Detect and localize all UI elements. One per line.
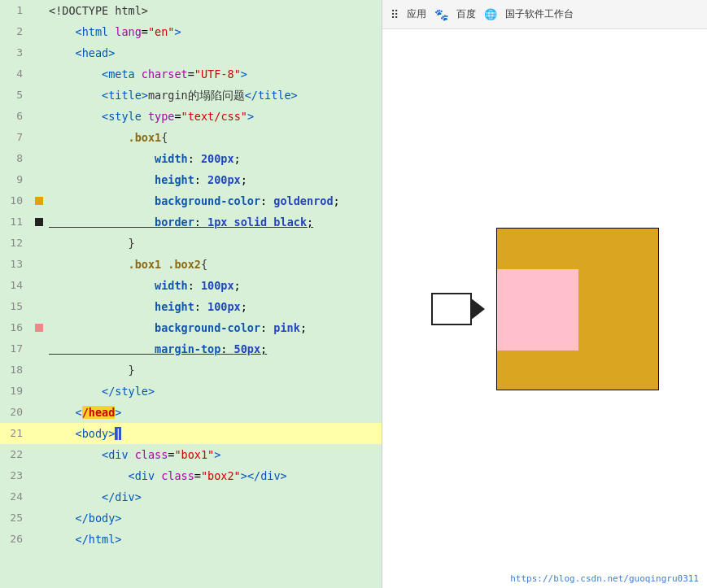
editor-panel: 1 <!DOCTYPE html> 2 <html lang="en"> 3 <…	[0, 0, 382, 588]
line-content: width: 100px;	[47, 275, 382, 296]
globe-icon: 🌐	[484, 8, 497, 20]
line-number: 2	[0, 21, 31, 42]
line-content: border: 1px solid black;	[47, 211, 382, 233]
code-line: 21 <body>|	[0, 423, 382, 444]
line-content: </style>	[47, 381, 382, 402]
line-number: 5	[0, 85, 31, 106]
line-content: <div class="box2"></div>	[47, 465, 382, 486]
line-number: 14	[0, 275, 31, 296]
line-content: .box1 .box2{	[47, 254, 382, 275]
gutter-16	[31, 324, 47, 332]
code-line: 4 <meta charset="UTF-8">	[0, 63, 382, 85]
browser-toolbar: ⠿ 应用 🐾 百度 🌐 国子软件工作台	[382, 0, 707, 29]
line-number: 4	[0, 63, 31, 85]
toolbar-baidu-label: 百度	[456, 7, 476, 21]
code-line: 14 width: 100px;	[0, 275, 382, 296]
line-number: 24	[0, 486, 31, 507]
line-content: </html>	[47, 529, 382, 550]
code-line: 15 height: 100px;	[0, 296, 382, 317]
line-number: 25	[0, 507, 31, 529]
toolbar-platform-label: 国子软件工作台	[505, 7, 574, 21]
line-number: 3	[0, 42, 31, 63]
gutter-10	[31, 197, 47, 205]
code-line: 11 border: 1px solid black;	[0, 211, 382, 233]
code-line: 8 width: 200px;	[0, 148, 382, 169]
code-line: 1 <!DOCTYPE html>	[0, 0, 382, 21]
line-content: height: 100px;	[47, 296, 382, 317]
line-content: background-color: pink;	[47, 317, 382, 338]
line-number: 23	[0, 465, 31, 486]
line-content: <body>|	[47, 423, 382, 444]
code-line: 26 </html>	[0, 529, 382, 550]
code-line: 9 height: 200px;	[0, 169, 382, 190]
code-area: 1 <!DOCTYPE html> 2 <html lang="en"> 3 <…	[0, 0, 382, 588]
code-line: 7 .box1{	[0, 127, 382, 148]
line-number: 17	[0, 338, 31, 359]
line-content: <!DOCTYPE html>	[47, 0, 382, 21]
code-line: 10 background-color: goldenrod;	[0, 190, 382, 211]
line-number: 13	[0, 254, 31, 275]
line-number: 26	[0, 529, 31, 550]
line-number: 20	[0, 402, 31, 423]
line-number: 12	[0, 233, 31, 254]
line-number: 22	[0, 444, 31, 465]
line-content: height: 200px;	[47, 169, 382, 190]
line-content: </body>	[47, 507, 382, 529]
code-line: 16 background-color: pink;	[0, 317, 382, 338]
line-number: 19	[0, 381, 31, 402]
code-line: 5 <title>margin的塌陷问题</title>	[0, 85, 382, 106]
line-content: <style type="text/css">	[47, 106, 382, 127]
line-number: 10	[0, 190, 31, 211]
line-content: .box1{	[47, 127, 382, 148]
line-content: background-color: goldenrod;	[47, 190, 382, 211]
line-number: 8	[0, 148, 31, 169]
line-number: 21	[0, 423, 31, 444]
code-line: 19 </style>	[0, 381, 382, 402]
code-line: 6 <style type="text/css">	[0, 106, 382, 127]
line-content: </head>	[47, 402, 382, 423]
apps-icon: ⠿	[391, 8, 399, 21]
line-content: <meta charset="UTF-8">	[47, 63, 382, 85]
preview-panel: ⠿ 应用 🐾 百度 🌐 国子软件工作台 https://blog.csdn.ne…	[382, 0, 707, 588]
line-content: <title>margin的塌陷问题</title>	[47, 85, 382, 106]
demo-box2	[497, 269, 578, 351]
toolbar-app-label: 应用	[407, 7, 426, 21]
line-content: <div class="box1">	[47, 444, 382, 465]
code-line: 20 </head>	[0, 402, 382, 423]
line-number: 1	[0, 0, 31, 21]
browser-content: https://blog.csdn.net/guoqingru0311	[382, 29, 707, 588]
right-arrow	[431, 293, 472, 325]
line-content: <html lang="en">	[47, 21, 382, 42]
code-line: 2 <html lang="en">	[0, 21, 382, 42]
gutter-11	[31, 218, 47, 226]
code-line: 25 </body>	[0, 507, 382, 529]
code-line: 24 </div>	[0, 486, 382, 507]
code-line: 3 <head>	[0, 42, 382, 63]
code-line: 17 margin-top: 50px;	[0, 338, 382, 359]
code-line: 12 }	[0, 233, 382, 254]
line-number: 18	[0, 359, 31, 381]
line-number: 7	[0, 127, 31, 148]
line-number: 9	[0, 169, 31, 190]
arrow-container	[431, 293, 472, 325]
code-line: 23 <div class="box2"></div>	[0, 465, 382, 486]
code-line: 13 .box1 .box2{	[0, 254, 382, 275]
url-bar: https://blog.csdn.net/guoqingru0311	[510, 573, 699, 584]
line-content: margin-top: 50px;	[47, 338, 382, 359]
line-content: </div>	[47, 486, 382, 507]
line-content: }	[47, 359, 382, 381]
line-number: 16	[0, 317, 31, 338]
line-content: }	[47, 233, 382, 254]
line-number: 11	[0, 211, 31, 233]
code-line: 18 }	[0, 359, 382, 381]
line-number: 15	[0, 296, 31, 317]
demo-box1	[496, 228, 659, 390]
line-content: width: 200px;	[47, 148, 382, 169]
baidu-icon: 🐾	[434, 8, 448, 21]
line-number: 6	[0, 106, 31, 127]
code-line: 22 <div class="box1">	[0, 444, 382, 465]
line-content: <head>	[47, 42, 382, 63]
